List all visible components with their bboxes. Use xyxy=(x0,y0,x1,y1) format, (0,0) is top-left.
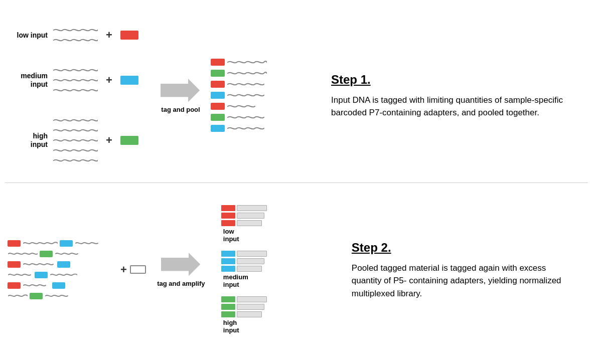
step1-arrow xyxy=(161,78,201,103)
lib-medium-group: mediuminput xyxy=(221,251,337,288)
step1-title: Step 1. xyxy=(331,71,578,89)
svg-marker-1 xyxy=(161,253,200,276)
tag-amplify-label: tag and amplify xyxy=(157,280,205,287)
pooled-row-5 xyxy=(211,102,316,110)
pooled-row-4 xyxy=(211,91,316,99)
lib-low-row1 xyxy=(221,205,337,211)
lib-med-row2 xyxy=(221,258,337,264)
lib-medium-label: mediuminput xyxy=(223,273,337,288)
lib-high-row3 xyxy=(221,311,337,317)
tag-pool-label: tag and pool xyxy=(161,106,200,113)
lib-low-row2 xyxy=(221,213,337,219)
lib-med-row1 xyxy=(221,251,337,257)
lib-low-row3 xyxy=(221,220,337,226)
section1-inputs: low input + medium input xyxy=(5,10,156,180)
section2: + tag and amplify xyxy=(5,185,588,354)
white-adapter xyxy=(130,265,146,274)
section1: low input + medium input xyxy=(5,10,588,180)
medium-input-row: medium input + xyxy=(15,66,145,94)
plus4: + xyxy=(120,263,127,276)
lib-low-label: lowinput xyxy=(223,228,337,243)
pooled-row-7 xyxy=(211,124,316,132)
lib-high-group: highinput xyxy=(221,296,337,334)
section2-adapter-add: + xyxy=(120,263,146,276)
pooled-green-2 xyxy=(211,114,225,121)
step1-text-area: Step 1. Input DNA is tagged with limitin… xyxy=(321,66,588,124)
lib-low-group: lowinput xyxy=(221,205,337,243)
section2-arrow-area: tag and amplify xyxy=(146,252,216,287)
pooled-blue-2 xyxy=(211,125,225,132)
lib-high-row1 xyxy=(221,296,337,302)
pooled-red-2 xyxy=(211,81,225,88)
pooled-blue-1 xyxy=(211,92,225,99)
low-input-dna xyxy=(53,26,98,44)
section-divider xyxy=(5,183,588,183)
plus1: + xyxy=(106,29,112,42)
pooled-row-3 xyxy=(211,80,316,88)
blue-adapter xyxy=(120,76,138,85)
plus2: + xyxy=(106,74,112,87)
pooled-red-1 xyxy=(211,59,225,66)
pooled-green-1 xyxy=(211,70,225,77)
high-input-label: high input xyxy=(15,132,48,149)
section2-mixed-pool xyxy=(5,235,120,304)
lib-high-row2 xyxy=(221,304,337,310)
svg-marker-0 xyxy=(161,79,200,102)
pooled-row-2 xyxy=(211,69,316,77)
low-input-label: low input xyxy=(15,31,48,40)
step1-description: Input DNA is tagged with limiting quanti… xyxy=(331,94,578,119)
main-container: low input + medium input xyxy=(0,0,593,364)
high-input-dna xyxy=(53,116,98,164)
plus3: + xyxy=(106,134,112,147)
pooled-row-1 xyxy=(211,58,316,66)
red-adapter xyxy=(120,31,138,40)
green-adapter xyxy=(120,136,138,145)
step2-description: Pooled tagged material is tagged again w… xyxy=(352,262,578,300)
section1-arrow-area: tag and pool xyxy=(156,78,206,113)
medium-input-label: medium input xyxy=(15,72,48,89)
section2-library: lowinput mediuminput xyxy=(216,200,342,339)
step2-text-area: Step 2. Pooled tagged material is tagged… xyxy=(342,234,588,305)
high-input-row: high input xyxy=(15,116,145,164)
step2-arrow xyxy=(161,252,201,277)
medium-input-dna xyxy=(53,66,98,94)
step2-title: Step 2. xyxy=(352,239,578,257)
lib-high-label: highinput xyxy=(223,319,337,334)
pooled-red-3 xyxy=(211,103,225,110)
lib-med-row3 xyxy=(221,266,337,272)
pooled-row-6 xyxy=(211,113,316,121)
low-input-row: low input + xyxy=(15,26,145,44)
section1-pooled xyxy=(206,53,321,137)
